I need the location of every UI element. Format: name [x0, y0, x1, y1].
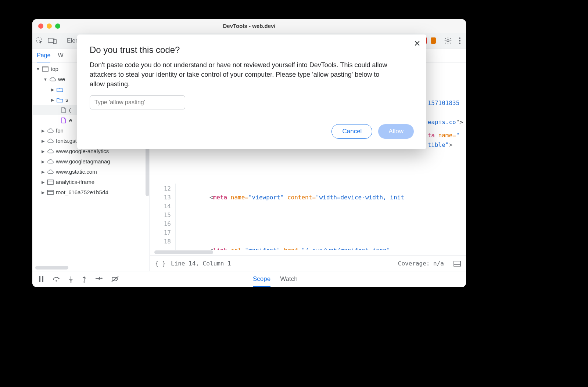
traffic-lights: [38, 23, 60, 29]
allow-pasting-input[interactable]: [90, 95, 185, 109]
titlebar: DevTools - web.dev/: [32, 19, 466, 33]
device-toggle-icon[interactable]: [48, 37, 57, 44]
cloud-icon: [47, 158, 54, 165]
step-icon[interactable]: [95, 276, 103, 283]
tree-label: we: [58, 74, 65, 84]
line-gutter: 12131415161718: [150, 184, 176, 250]
svg-point-3: [447, 40, 449, 42]
allow-button[interactable]: Allow: [378, 124, 414, 139]
kebab-menu-icon[interactable]: [459, 37, 461, 44]
tree-label: root_616a752e1b5d4: [56, 187, 108, 198]
svg-rect-9: [47, 190, 53, 195]
tree-node[interactable]: ▶www.gstatic.com: [33, 167, 150, 177]
disclosure-icon[interactable]: ▶: [41, 146, 45, 156]
tab-scope[interactable]: Scope: [253, 275, 270, 287]
trust-code-dialog: ✕ Do you trust this code? Don't paste co…: [77, 35, 426, 149]
debugger-toolbar: Scope Watch: [32, 271, 466, 287]
folder-icon: [57, 97, 63, 103]
snippet-icon: [60, 117, 67, 124]
svg-rect-7: [42, 67, 48, 71]
svg-point-15: [83, 281, 85, 283]
disclosure-icon[interactable]: ▶: [41, 156, 45, 167]
svg-point-13: [55, 280, 57, 282]
disclosure-icon[interactable]: ▼: [36, 64, 40, 74]
svg-point-5: [459, 40, 460, 41]
tree-node[interactable]: ▶root_616a752e1b5d4: [33, 187, 150, 198]
nav-tab-page[interactable]: Page: [37, 52, 50, 62]
tree-node[interactable]: ▶www.googletagmanag: [33, 156, 150, 167]
pause-icon[interactable]: [38, 276, 44, 283]
close-window-button[interactable]: [38, 23, 43, 29]
coverage-label: Coverage: n/a: [398, 260, 444, 267]
close-icon[interactable]: ✕: [414, 40, 420, 48]
svg-point-16: [101, 278, 103, 279]
cloud-icon: [47, 127, 54, 134]
cloud-icon: [47, 148, 54, 155]
svg-point-6: [459, 43, 460, 44]
zoom-window-button[interactable]: [55, 23, 60, 29]
disclosure-icon[interactable]: ▶: [41, 177, 45, 187]
svg-rect-10: [454, 261, 460, 266]
window-icon: [47, 179, 54, 185]
tree-label: e: [69, 115, 72, 126]
code-area[interactable]: <meta name="viewport" content="width=dev…: [183, 184, 466, 250]
tree-label: analytics-iframe: [56, 177, 94, 187]
cloud-icon: [47, 138, 54, 144]
inspect-icon[interactable]: [36, 37, 43, 44]
disclosure-icon[interactable]: ▶: [41, 167, 45, 177]
disclosure-icon[interactable]: ▶: [41, 187, 45, 198]
window-icon: [42, 66, 49, 72]
cloud-icon: [47, 169, 54, 175]
pretty-print-icon[interactable]: { }: [155, 260, 166, 267]
svg-rect-11: [39, 276, 40, 282]
disclosure-icon[interactable]: ▶: [41, 126, 45, 136]
devtools-window: DevTools - web.dev/ Elements Console Sou…: [32, 19, 466, 287]
settings-icon[interactable]: [444, 37, 452, 45]
dock-side-icon[interactable]: [453, 261, 461, 267]
step-into-icon[interactable]: [68, 276, 74, 283]
cursor-position: Line 14, Column 1: [171, 260, 231, 267]
window-title: DevTools - web.dev/: [32, 23, 466, 29]
svg-point-14: [70, 281, 72, 283]
disclosure-icon[interactable]: ▶: [51, 95, 54, 105]
tree-label: s: [65, 95, 68, 105]
dialog-body: Don't paste code you do not understand o…: [90, 60, 395, 89]
tree-label: fon: [56, 126, 64, 136]
minimize-window-button[interactable]: [47, 23, 52, 29]
svg-rect-8: [47, 180, 53, 184]
folder-icon: [57, 86, 63, 93]
disclosure-icon[interactable]: ▶: [41, 136, 45, 146]
tree-label: (: [69, 105, 71, 115]
tree-label: top: [51, 64, 58, 74]
tree-label: www.gstatic.com: [56, 167, 97, 177]
tree-label: www.googletagmanag: [56, 156, 110, 167]
tab-watch[interactable]: Watch: [280, 275, 298, 283]
deactivate-breakpoints-icon[interactable]: [111, 276, 119, 283]
editor-statusbar: { } Line 14, Column 1 Coverage: n/a: [150, 256, 466, 271]
svg-rect-12: [42, 276, 43, 282]
disclosure-icon[interactable]: ▼: [43, 74, 47, 84]
tree-node[interactable]: ▶analytics-iframe: [33, 177, 150, 187]
warn-badge[interactable]: [431, 37, 436, 44]
scrollbar-horizontal[interactable]: [35, 266, 68, 270]
debugger-tabs: Scope Watch: [253, 275, 298, 283]
step-out-icon[interactable]: [82, 276, 87, 283]
disclosure-icon[interactable]: ▶: [51, 84, 54, 95]
file-icon: [60, 107, 67, 113]
nav-tab-second[interactable]: W: [58, 52, 63, 59]
window-icon: [47, 189, 54, 196]
scrollbar-horizontal[interactable]: [154, 250, 213, 254]
cancel-button[interactable]: Cancel: [331, 124, 372, 139]
svg-point-4: [459, 37, 460, 39]
cloud-icon: [49, 76, 56, 83]
dialog-title: Do you trust this code?: [90, 45, 414, 55]
code-fragment: 157101835 eapis.co"> ta name=" tible">: [428, 98, 463, 150]
step-over-icon[interactable]: [52, 276, 60, 283]
